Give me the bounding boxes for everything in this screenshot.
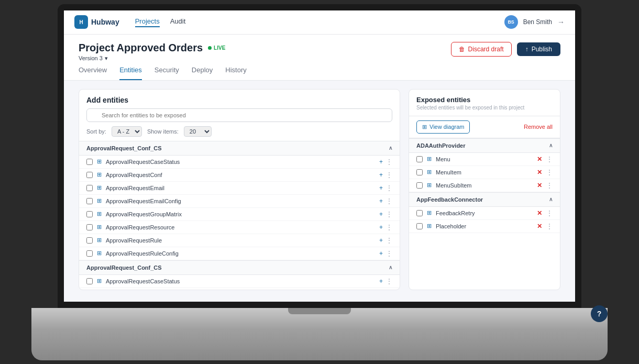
more-icon[interactable]: ⋮ (546, 223, 553, 230)
nav-projects[interactable]: Projects (135, 17, 160, 27)
add-icon[interactable]: + (379, 211, 383, 218)
more-icon[interactable]: ⋮ (546, 156, 553, 163)
entity-checkbox[interactable] (86, 237, 93, 244)
add-icon[interactable]: + (379, 250, 383, 257)
exposed-group-header[interactable]: ADAAuthProvider∧ (409, 139, 560, 153)
table-icon: ⊞ (97, 211, 102, 217)
exposed-checkbox[interactable] (416, 169, 423, 175)
entity-name: ApprovalRequestEmail (106, 185, 375, 191)
logo-icon: H (74, 15, 88, 29)
add-icon[interactable]: + (379, 237, 383, 244)
more-icon[interactable]: ⋮ (546, 182, 553, 189)
entity-group-header[interactable]: ApprovalRequest_Conf_CS∧ (79, 141, 400, 156)
table-icon: ⊞ (427, 223, 432, 229)
entity-checkbox[interactable] (86, 224, 93, 230)
more-icon[interactable]: ⋮ (386, 158, 392, 166)
more-icon[interactable]: ⋮ (386, 250, 392, 257)
list-item: ⊞ ApprovalRequestGroupMatrix + ⋮ (79, 208, 400, 221)
exposed-checkbox[interactable] (416, 156, 423, 162)
remove-icon[interactable]: ✕ (537, 169, 542, 176)
more-icon[interactable]: ⋮ (386, 278, 392, 285)
tab-entities[interactable]: Entities (119, 66, 142, 80)
more-icon[interactable]: ⋮ (546, 209, 553, 217)
entity-item-actions: + ⋮ (379, 184, 392, 192)
nav-audit[interactable]: Audit (170, 17, 186, 27)
add-icon[interactable]: + (379, 171, 383, 179)
entity-checkbox[interactable] (86, 159, 93, 165)
laptop-base (31, 308, 608, 360)
entity-checkbox[interactable] (86, 278, 93, 284)
add-icon[interactable]: + (379, 158, 383, 166)
entity-item-actions: + ⋮ (379, 250, 392, 257)
more-icon[interactable]: ⋮ (386, 197, 392, 205)
tab-history[interactable]: History (225, 66, 246, 80)
exposed-checkbox[interactable] (416, 210, 423, 216)
exposed-checkbox[interactable] (416, 223, 423, 229)
add-icon[interactable]: + (379, 224, 383, 231)
list-item: ⊞ ApprovalRequestConf + ⋮ (79, 169, 400, 182)
version-selector[interactable]: Version 3 ▾ (79, 55, 225, 62)
more-icon[interactable]: ⋮ (546, 169, 553, 176)
entity-group: ApprovalRequest_Conf_CS∧ ⊞ ApprovalReque… (79, 260, 400, 288)
search-input[interactable] (86, 108, 392, 122)
sort-select[interactable]: A - Z Z - A (112, 126, 142, 137)
entity-checkbox[interactable] (86, 250, 93, 257)
more-icon[interactable]: ⋮ (386, 211, 392, 218)
entity-checkbox[interactable] (86, 211, 93, 217)
publish-button[interactable]: ↑ Publish (517, 42, 560, 56)
more-icon[interactable]: ⋮ (386, 224, 392, 231)
remove-all-button[interactable]: Remove all (524, 124, 553, 130)
search-wrapper: 🔍 (86, 108, 392, 122)
list-item: ⊞ ApprovalRequestResource + ⋮ (79, 221, 400, 234)
exposed-list: ADAAuthProvider∧ ⊞ Menu ✕ ⋮ ⊞ MenuItem ✕… (409, 138, 560, 290)
entity-item-actions: + ⋮ (379, 211, 392, 218)
table-icon: ⊞ (427, 169, 432, 175)
remove-icon[interactable]: ✕ (537, 156, 542, 163)
view-diagram-button[interactable]: ⊞ View diagram (416, 120, 470, 134)
add-icon[interactable]: + (379, 197, 383, 205)
tab-deploy[interactable]: Deploy (192, 66, 213, 80)
upload-icon: ↑ (525, 46, 528, 53)
table-icon: ⊞ (427, 182, 432, 189)
entity-item-actions: + ⋮ (379, 224, 392, 231)
remove-icon[interactable]: ✕ (537, 182, 542, 189)
chevron-up-icon: ∧ (549, 196, 553, 202)
exposed-item-name: MenuSubItem (436, 182, 533, 189)
more-icon[interactable]: ⋮ (386, 184, 392, 192)
entity-name: ApprovalRequestConf (106, 172, 375, 178)
table-icon: ⊞ (427, 209, 432, 216)
entity-group-name: ApprovalRequest_Conf_CS (86, 145, 162, 151)
sort-row: Sort by: A - Z Z - A Show items: 20 50 1… (86, 126, 392, 137)
entity-checkbox[interactable] (86, 198, 93, 204)
more-icon[interactable]: ⋮ (386, 237, 392, 244)
entity-checkbox[interactable] (86, 185, 93, 191)
remove-icon[interactable]: ✕ (537, 209, 542, 217)
table-icon: ⊞ (97, 158, 102, 165)
entity-group: ApprovalRequest_Conf_CS∧ ⊞ ApprovalReque… (79, 141, 400, 260)
tab-overview[interactable]: Overview (79, 66, 107, 80)
exposed-checkbox[interactable] (416, 182, 423, 189)
entity-checkbox[interactable] (86, 172, 93, 178)
project-title-row: Project Approved Orders LIVE Version 3 ▾ (79, 42, 560, 62)
nav-right: BS Ben Smith → (504, 15, 565, 29)
add-icon[interactable]: + (379, 184, 383, 192)
discard-draft-button[interactable]: 🗑 Discard draft (451, 42, 512, 57)
tab-security[interactable]: Security (155, 66, 179, 80)
more-icon[interactable]: ⋮ (386, 171, 392, 179)
entity-group-name: ApprovalRequest_Conf_CS (86, 264, 162, 271)
main-content: Add entities 🔍 Sort by: A - Z Z - A Show (64, 81, 575, 299)
show-items-select[interactable]: 20 50 100 (184, 126, 212, 137)
diagram-icon: ⊞ (422, 124, 427, 130)
exposed-group-header[interactable]: AppFeedbackConnector∧ (409, 193, 560, 207)
entity-group-header[interactable]: ApprovalRequest_Conf_CS∧ (79, 261, 400, 275)
entity-name: ApprovalRequestRule (106, 237, 375, 244)
logout-icon[interactable]: → (557, 18, 565, 26)
add-icon[interactable]: + (379, 278, 383, 285)
entity-name: ApprovalRequestCaseStatus (106, 278, 375, 284)
project-name: Project Approved Orders (79, 42, 203, 54)
exposed-item-name: FeedbackRetry (436, 210, 533, 216)
nav-links: Projects Audit (135, 17, 186, 27)
help-button[interactable]: ? (591, 305, 608, 322)
table-icon: ⊞ (97, 237, 102, 244)
remove-icon[interactable]: ✕ (537, 223, 542, 230)
